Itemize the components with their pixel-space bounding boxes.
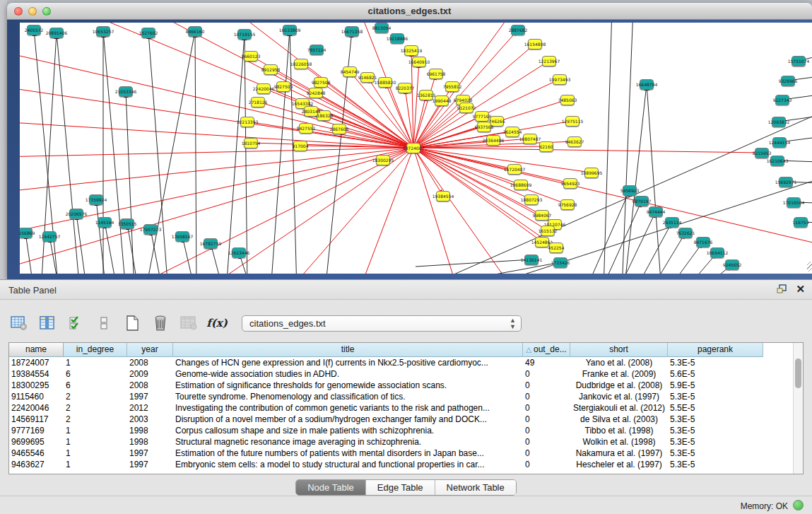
network-node[interactable]: 1145194 bbox=[98, 217, 112, 228]
network-node[interactable]: 12213967 bbox=[542, 56, 556, 66]
network-node[interactable]: 12975115 bbox=[565, 116, 579, 127]
network-node[interactable]: 21053346 bbox=[119, 86, 133, 97]
column-header-pagerank[interactable]: pagerank bbox=[668, 343, 763, 357]
network-node[interactable]: 10654112 bbox=[710, 247, 724, 258]
network-node[interactable]: 20891406 bbox=[49, 28, 64, 38]
network-node[interactable]: 19384554 bbox=[436, 191, 450, 201]
network-node[interactable]: 8660123 bbox=[244, 51, 258, 62]
network-node[interactable]: 6879197 bbox=[635, 196, 649, 206]
network-canvas[interactable]: 2405572208914061065325715276028466160107… bbox=[20, 23, 812, 274]
table-row[interactable]: 1456911722003Disruption of a novel membe… bbox=[9, 414, 794, 425]
network-node[interactable]: 1615132 bbox=[541, 226, 555, 236]
network-node[interactable]: 7485063 bbox=[560, 95, 575, 105]
network-node[interactable]: 9242848 bbox=[309, 88, 323, 98]
table-row[interactable]: 969969511998Structural magnetic resonanc… bbox=[9, 436, 794, 448]
memory-status-icon[interactable] bbox=[793, 500, 804, 510]
network-node[interactable]: 8454749 bbox=[343, 66, 357, 77]
network-node[interactable]: 2803144 bbox=[304, 106, 318, 117]
network-node[interactable]: 10899695 bbox=[584, 168, 599, 178]
network-node[interactable]: 2867608 bbox=[332, 124, 346, 134]
network-node[interactable]: 20206576 bbox=[69, 209, 83, 219]
network-node[interactable]: 9984067 bbox=[535, 210, 549, 221]
network-node[interactable]: 7632621 bbox=[678, 228, 693, 238]
network-node[interactable]: 9227343 bbox=[775, 95, 789, 105]
table-row[interactable]: 2242004622012Investigating the contribut… bbox=[9, 402, 794, 414]
network-node[interactable]: 16154808 bbox=[528, 39, 542, 49]
column-header-short[interactable]: short bbox=[570, 343, 668, 357]
network-node[interactable]: 7955812 bbox=[445, 81, 459, 92]
network-node[interactable]: 18724007 bbox=[406, 143, 420, 153]
network-node[interactable]: 2718126 bbox=[251, 97, 265, 107]
network-node[interactable]: 1362815 bbox=[419, 90, 433, 100]
network-node[interactable]: 116753 bbox=[794, 217, 808, 228]
network-node[interactable]: 14136141 bbox=[524, 255, 539, 265]
network-node[interactable]: 8215953 bbox=[755, 148, 769, 158]
network-node[interactable]: 16033809 bbox=[283, 25, 297, 35]
network-node[interactable]: 10807487 bbox=[523, 134, 537, 144]
network-node[interactable]: 15692971 bbox=[779, 177, 793, 187]
float-window-icon[interactable] bbox=[777, 284, 787, 294]
table-row[interactable]: 1830029562008Estimation of significance … bbox=[9, 380, 794, 391]
network-node[interactable]: 18300295 bbox=[376, 155, 390, 165]
network-node[interactable]: 1810754 bbox=[244, 138, 258, 148]
network-node[interactable]: 5958923 bbox=[623, 185, 637, 196]
network-node[interactable]: 18807293 bbox=[524, 194, 539, 205]
window-titlebar[interactable]: citations_edges.txt bbox=[7, 3, 812, 20]
network-node[interactable]: 9756928 bbox=[560, 199, 575, 210]
column-header-out_degree[interactable]: △out_de... bbox=[523, 343, 570, 357]
network-node[interactable]: 9777169 bbox=[475, 111, 489, 122]
network-node[interactable]: 16671358 bbox=[345, 26, 359, 37]
network-node[interactable]: 12923446 bbox=[232, 247, 246, 258]
network-node[interactable]: 15720407 bbox=[507, 164, 522, 175]
network-node[interactable]: 2935114 bbox=[665, 217, 679, 228]
network-node[interactable]: 1350515 bbox=[120, 218, 134, 229]
network-node[interactable]: 62160 bbox=[539, 141, 553, 152]
new-document-icon[interactable] bbox=[123, 314, 141, 332]
scrollbar-thumb[interactable] bbox=[795, 358, 801, 388]
table-row[interactable]: 946362711997Embryonic stem cells: a mode… bbox=[9, 459, 794, 470]
network-node[interactable]: 16782759 bbox=[204, 238, 218, 249]
network-node[interactable]: 917004 bbox=[293, 141, 307, 151]
network-node[interactable]: 17957223 bbox=[143, 224, 158, 235]
network-node[interactable]: 9827508 bbox=[314, 77, 328, 88]
network-node[interactable]: 15751074 bbox=[792, 56, 806, 66]
column-header-in_degree[interactable]: in_degree bbox=[64, 343, 127, 357]
network-node[interactable]: 10653257 bbox=[96, 26, 110, 37]
close-icon[interactable]: ✕ bbox=[796, 284, 805, 295]
network-node[interactable]: 12213393 bbox=[240, 117, 254, 127]
vertical-scrollbar[interactable] bbox=[793, 343, 803, 474]
network-node[interactable]: 16648784 bbox=[640, 79, 654, 90]
row-height-icon[interactable] bbox=[95, 314, 113, 332]
table-row[interactable]: 946554611997Estimation of the future num… bbox=[9, 448, 794, 459]
network-node[interactable]: 16640910 bbox=[412, 57, 426, 67]
network-node[interactable]: 8912958 bbox=[264, 64, 278, 75]
column-header-year[interactable]: year bbox=[127, 343, 173, 357]
network-node[interactable]: 22420046 bbox=[257, 83, 271, 94]
function-builder-icon[interactable]: f(x) bbox=[208, 314, 226, 332]
network-node[interactable]: 8220377 bbox=[398, 83, 412, 93]
network-node[interactable]: 1990448 bbox=[435, 95, 449, 106]
network-node[interactable]: 18226058 bbox=[294, 59, 308, 69]
network-node[interactable]: 10719155 bbox=[237, 29, 252, 40]
network-node[interactable]: 3624554 bbox=[505, 127, 519, 137]
network-node[interactable]: 15885820 bbox=[378, 77, 392, 88]
network-node[interactable]: 19218986 bbox=[390, 33, 404, 44]
table-row[interactable]: 1872400712008Changes of HCN gene express… bbox=[9, 357, 794, 368]
select-column-icon[interactable] bbox=[38, 314, 57, 332]
network-node[interactable]: 13958167 bbox=[175, 231, 189, 242]
network-node[interactable]: 6961758 bbox=[429, 69, 443, 79]
network-node[interactable]: 12444154 bbox=[772, 137, 787, 148]
network-node[interactable]: 9474444 bbox=[649, 206, 663, 217]
network-node[interactable]: 9827503 bbox=[276, 81, 290, 92]
network-node[interactable]: 16210643 bbox=[770, 156, 784, 166]
network-node[interactable]: 9245652 bbox=[725, 259, 739, 270]
network-node[interactable]: 9121072 bbox=[459, 103, 473, 113]
table-settings-icon[interactable] bbox=[10, 314, 28, 332]
network-node[interactable]: 9146821 bbox=[360, 72, 375, 83]
table-row[interactable]: 977716911998Corpus callosum shape and si… bbox=[9, 425, 794, 436]
table-row[interactable]: 1938455462009Genome-wide association stu… bbox=[9, 368, 794, 380]
network-node[interactable]: 8471676 bbox=[696, 237, 710, 247]
network-node[interactable]: 14524861 bbox=[535, 237, 549, 247]
column-header-title[interactable]: title bbox=[173, 343, 523, 357]
network-node[interactable]: 20364486 bbox=[486, 135, 500, 146]
